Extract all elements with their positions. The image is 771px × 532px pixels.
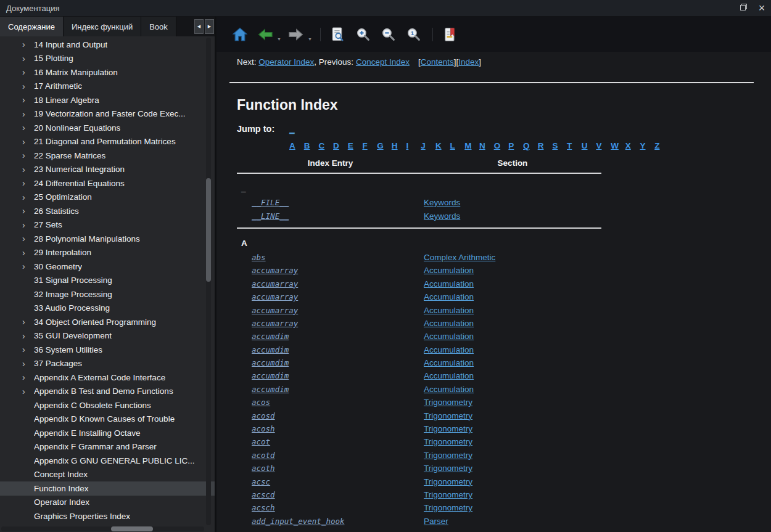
back-button[interactable]	[255, 23, 275, 46]
chevron-right-icon[interactable]: ›	[22, 345, 34, 354]
tree-item[interactable]: Graphics Properties Index	[0, 509, 215, 523]
function-link[interactable]: acot	[252, 437, 270, 446]
function-link[interactable]: acosd	[252, 411, 275, 420]
chevron-right-icon[interactable]: ›	[22, 387, 34, 396]
find-in-page-button[interactable]	[328, 23, 348, 46]
tree-item[interactable]: ›35 GUI Development	[0, 329, 215, 343]
chevron-right-icon[interactable]: ›	[22, 248, 34, 257]
section-link[interactable]: Accumulation	[424, 306, 474, 315]
tree-item[interactable]: ›28 Polynomial Manipulations	[0, 232, 215, 246]
tree-vertical-scrollbar[interactable]	[206, 38, 211, 525]
jump-letter-S[interactable]: S	[552, 141, 567, 152]
jump-letter-G[interactable]: G	[377, 141, 392, 152]
bookmark-button[interactable]	[440, 23, 460, 46]
jump-letter-F[interactable]: F	[362, 141, 377, 152]
section-link[interactable]: Trigonometry	[424, 477, 472, 486]
jump-letter-Z[interactable]: Z	[654, 141, 669, 152]
home-button[interactable]	[230, 23, 250, 46]
chevron-right-icon[interactable]: ›	[22, 221, 34, 229]
nav-previous-link[interactable]: Concept Index	[356, 57, 410, 67]
jump-letter-U[interactable]: U	[582, 141, 596, 152]
jump-letter-underscore[interactable]: _	[289, 124, 295, 134]
section-link[interactable]: Accumulation	[424, 319, 474, 328]
jump-letter-T[interactable]: T	[567, 141, 582, 152]
section-link[interactable]: Accumulation	[424, 292, 474, 301]
jump-letter-O[interactable]: O	[494, 141, 509, 152]
function-link[interactable]: abs	[252, 253, 266, 262]
horizontal-scrollbar-thumb[interactable]	[111, 526, 153, 531]
function-link[interactable]: acoth	[252, 464, 275, 473]
function-link[interactable]: accumarray	[252, 266, 298, 275]
function-link[interactable]: acosh	[252, 424, 275, 433]
tree-item[interactable]: ›30 Geometry	[0, 260, 215, 274]
tree-item[interactable]: ›23 Numerical Integration	[0, 163, 215, 177]
chevron-right-icon[interactable]: ›	[22, 165, 34, 174]
section-link[interactable]: Keywords	[424, 211, 460, 221]
tree-item[interactable]: ›37 Packages	[0, 357, 215, 371]
chevron-right-icon[interactable]: ›	[22, 40, 34, 49]
jump-letter-D[interactable]: D	[333, 141, 348, 152]
tree-item[interactable]: Appendix E Installing Octave	[0, 426, 215, 440]
chevron-right-icon[interactable]: ›	[22, 317, 34, 326]
chevron-right-icon[interactable]: ›	[22, 179, 34, 187]
tree-item[interactable]: ›Appendix A External Code Interface	[0, 370, 215, 385]
forward-button[interactable]	[286, 23, 306, 46]
chevron-right-icon[interactable]: ›	[22, 332, 34, 340]
restore-button[interactable]	[734, 0, 752, 16]
function-link[interactable]: acotd	[252, 451, 275, 460]
nav-contents-link[interactable]: Contents	[421, 57, 454, 67]
jump-letter-N[interactable]: N	[479, 141, 494, 152]
function-link[interactable]: accumarray	[252, 306, 298, 315]
section-link[interactable]: Trigonometry	[424, 490, 472, 499]
function-link[interactable]: __FILE__	[252, 198, 289, 207]
jump-letter-Q[interactable]: Q	[523, 141, 538, 152]
chevron-right-icon[interactable]: ›	[22, 123, 34, 132]
zoom-in-button[interactable]	[353, 23, 373, 46]
function-link[interactable]: accumdim	[252, 332, 289, 341]
function-link[interactable]: accumarray	[252, 279, 298, 289]
tab-1[interactable]: Содержание	[0, 17, 64, 36]
chevron-right-icon[interactable]: ›	[22, 82, 34, 91]
tree-item[interactable]: Appendix D Known Causes of Trouble	[0, 412, 215, 427]
tree-item[interactable]: Function Index	[0, 481, 215, 496]
jump-letter-W[interactable]: W	[611, 141, 625, 152]
tree-item[interactable]: Appendix G GNU GENERAL PUBLIC LIC...	[0, 454, 215, 468]
jump-letter-J[interactable]: J	[421, 141, 435, 152]
tree-item[interactable]: ›20 Nonlinear Equations	[0, 121, 215, 135]
jump-letter-H[interactable]: H	[392, 141, 406, 152]
nav-next-link[interactable]: Operator Index	[258, 57, 314, 67]
chevron-right-icon[interactable]: ›	[22, 262, 34, 271]
tree-item[interactable]: ›16 Matrix Manipulation	[0, 65, 215, 80]
tree-item[interactable]: ›26 Statistics	[0, 204, 215, 218]
section-link[interactable]: Trigonometry	[424, 503, 472, 512]
tree-item[interactable]: ›22 Sparse Matrices	[0, 149, 215, 163]
function-link[interactable]: accumdim	[252, 358, 289, 367]
function-link[interactable]: accumdim	[252, 371, 289, 380]
jump-letter-E[interactable]: E	[348, 141, 363, 152]
tree-item[interactable]: ›14 Input and Output	[0, 38, 215, 52]
jump-letter-P[interactable]: P	[508, 141, 523, 152]
jump-letter-R[interactable]: R	[538, 141, 553, 152]
tree-item[interactable]: ›24 Differential Equations	[0, 176, 215, 190]
function-link[interactable]: accumarray	[252, 319, 298, 328]
tree-item[interactable]: 32 Image Processing	[0, 287, 215, 301]
dropdown-arrow-icon[interactable]: ▼	[308, 37, 312, 41]
function-link[interactable]: acsc	[252, 477, 270, 486]
dropdown-arrow-icon[interactable]: ▼	[277, 37, 281, 41]
chevron-right-icon[interactable]: ›	[22, 207, 34, 215]
section-link[interactable]: Accumulation	[424, 385, 474, 394]
function-link[interactable]: acos	[252, 398, 270, 407]
function-link[interactable]: acsch	[252, 503, 275, 512]
section-link[interactable]: Keywords	[424, 198, 460, 207]
function-link[interactable]: accumarray	[252, 292, 298, 301]
chevron-right-icon[interactable]: ›	[22, 110, 34, 118]
tree-item[interactable]: ›34 Object Oriented Programming	[0, 315, 215, 329]
chevron-right-icon[interactable]: ›	[22, 137, 34, 146]
tree-item[interactable]: ›17 Arithmetic	[0, 80, 215, 94]
zoom-out-button[interactable]	[379, 23, 398, 46]
section-link[interactable]: Accumulation	[424, 345, 474, 354]
section-link[interactable]: Accumulation	[424, 266, 474, 275]
tree-item[interactable]: ›25 Optimization	[0, 190, 215, 205]
tree-item[interactable]: 33 Audio Processing	[0, 301, 215, 316]
tree-item[interactable]: 31 Signal Processing	[0, 274, 215, 288]
